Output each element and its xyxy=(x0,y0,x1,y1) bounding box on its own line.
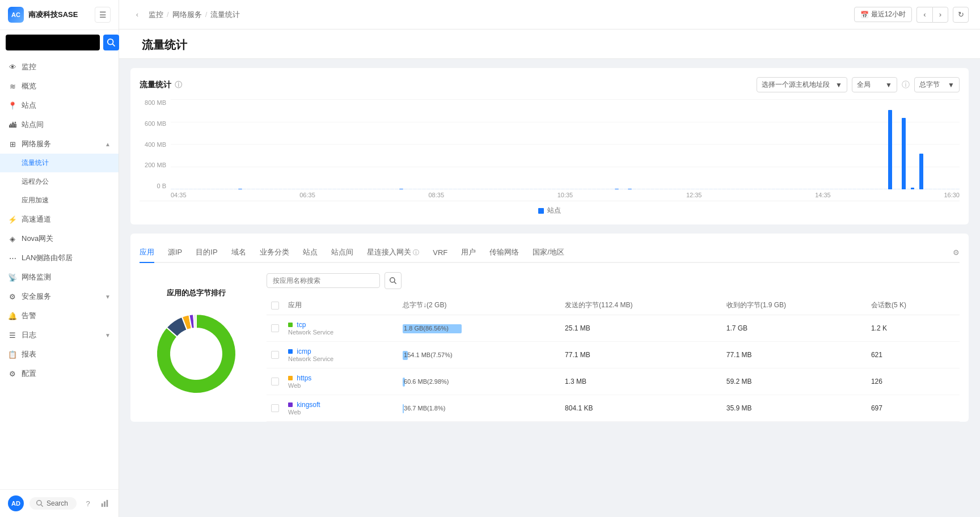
tab-站点间[interactable]: 站点间 xyxy=(331,243,353,263)
source-filter-label: 选择一个源主机地址段 xyxy=(762,80,830,90)
sidebar-item-remote-office[interactable]: 远程办公 xyxy=(0,172,119,191)
table-search-button[interactable] xyxy=(385,272,402,289)
tab-应用[interactable]: 应用 xyxy=(140,243,154,263)
page-title: 流量统计 xyxy=(130,37,969,53)
refresh-button[interactable]: ↻ xyxy=(953,7,969,23)
sidebar-item-overview[interactable]: ≋ 概览 xyxy=(0,77,119,96)
tab-目的IP[interactable]: 目的IP xyxy=(196,243,217,263)
sidebar-search-submit[interactable] xyxy=(103,35,119,50)
tab-VRF[interactable]: VRF xyxy=(433,244,447,262)
app-name[interactable]: icmp xyxy=(288,348,394,355)
app-name[interactable]: kingsoft xyxy=(288,401,394,409)
sidebar-item-lan-routing[interactable]: ⋯ LAN侧路由邻居 xyxy=(0,248,119,268)
table-row: https Web 60.6 MB(2.98%) 1.3 MB 59.2 MB … xyxy=(267,368,960,395)
app-name[interactable]: tcp xyxy=(288,321,394,329)
sidebar-item-netmonitor-label: 网络监测 xyxy=(22,272,51,282)
footer-search-button[interactable]: Search xyxy=(29,497,77,510)
row-checkbox[interactable] xyxy=(271,351,279,359)
x-label-0635: 06:35 xyxy=(299,192,315,198)
calendar-icon: 📅 xyxy=(860,11,869,19)
row-checkbox[interactable] xyxy=(271,378,279,385)
sidebar-item-report[interactable]: 📋 报表 xyxy=(0,345,119,364)
row-checkbox[interactable] xyxy=(271,404,279,412)
avatar[interactable]: AD xyxy=(8,495,24,511)
sent-bytes-cell: 77.1 MB xyxy=(560,342,722,368)
header-controls: 📅 最近12小时 ‹ › ↻ xyxy=(854,7,969,23)
donut-title: 应用的总字节排行 xyxy=(145,288,247,406)
scope-filter-select[interactable]: 全局 ▼ xyxy=(852,77,897,92)
sidebar-nav: 👁 监控 ≋ 概览 📍 站点 🏙 站点间 ⊞ 网络服务 ▲ 流量统计 远程办公 … xyxy=(0,55,119,489)
tab-国家/地区[interactable]: 国家/地区 xyxy=(533,243,564,263)
lan-icon: ⋯ xyxy=(8,253,17,262)
tabs-card: 应用源IP目的IP域名业务分类站点站点间星连接入网关 ⓘVRF用户传输网络国家/… xyxy=(130,234,969,422)
sidebar-item-security[interactable]: ⚙ 安全服务 ▼ xyxy=(0,287,119,306)
sessions-cell: 621 xyxy=(867,342,960,368)
svg-rect-2 xyxy=(107,500,108,507)
sidebar-item-site-between[interactable]: 🏙 站点间 xyxy=(0,115,119,134)
sidebar-item-net-monitor[interactable]: 📡 网络监测 xyxy=(0,268,119,287)
sidebar-item-log[interactable]: ☰ 日志 ▼ xyxy=(0,325,119,345)
sidebar-item-traffic-stats[interactable]: 流量统计 xyxy=(0,154,119,172)
sidebar-item-overview-label: 概览 xyxy=(22,81,36,91)
tab-业务分类[interactable]: 业务分类 xyxy=(260,243,289,263)
app-name[interactable]: https xyxy=(288,374,394,382)
sent-bytes-cell: 25.1 MB xyxy=(560,315,722,342)
sidebar-item-site-label: 站点 xyxy=(22,100,36,111)
prev-button[interactable]: ‹ xyxy=(916,7,932,23)
app-type: Web xyxy=(288,382,394,389)
total-bytes-cell: 36.7 MB(1.8%) xyxy=(403,404,556,412)
next-button[interactable]: › xyxy=(932,7,948,23)
tab-传输网络[interactable]: 传输网络 xyxy=(489,243,519,263)
sidebar-menu-button[interactable]: ☰ xyxy=(95,7,111,23)
chart-bars xyxy=(171,99,960,189)
row-checkbox[interactable] xyxy=(271,324,279,332)
x-label-0835: 08:35 xyxy=(428,192,444,198)
x-label-0435: 04:35 xyxy=(171,192,187,198)
chart-filters: 选择一个源主机地址段 ▼ 全局 ▼ ⓘ 总字节 ▼ xyxy=(757,77,960,92)
tab-域名[interactable]: 域名 xyxy=(231,243,246,263)
sidebar-item-config-label: 配置 xyxy=(22,368,36,379)
table-search-input[interactable] xyxy=(267,273,380,288)
lower-content: 应用的总字节排行 xyxy=(140,272,960,422)
tab-源IP[interactable]: 源IP xyxy=(168,243,182,263)
col-sessions: 会话数(5 K) xyxy=(867,296,960,315)
highway-icon: ⚡ xyxy=(8,215,17,224)
source-filter-select[interactable]: 选择一个源主机地址段 ▼ xyxy=(757,77,847,92)
footer-help-button[interactable]: ? xyxy=(82,498,94,509)
breadcrumb-sep-2: / xyxy=(205,10,208,19)
chart-info-icon[interactable]: ⓘ xyxy=(175,80,182,90)
sidebar-search-input[interactable] xyxy=(6,35,100,50)
tab-站点[interactable]: 站点 xyxy=(303,243,318,263)
sidebar-item-nova[interactable]: ◈ Nova网关 xyxy=(0,229,119,248)
tab-星连接入网关[interactable]: 星连接入网关 ⓘ xyxy=(367,243,420,263)
sidebar-item-alert[interactable]: 🔔 告警 xyxy=(0,306,119,325)
header-checkbox[interactable] xyxy=(271,302,279,310)
total-bytes-cell: 60.6 MB(2.98%) xyxy=(403,378,556,385)
time-selector[interactable]: 📅 最近12小时 xyxy=(854,7,912,22)
col-checkbox xyxy=(267,296,284,315)
report-icon: 📋 xyxy=(8,350,17,359)
recv-bytes-cell: 1.7 GB xyxy=(722,315,867,342)
chart-card: 流量统计 ⓘ 选择一个源主机地址段 ▼ 全局 ▼ ⓘ 总字节 ▼ xyxy=(130,68,969,224)
log-icon: ☰ xyxy=(8,330,17,340)
sidebar-item-highway-label: 高速通道 xyxy=(22,214,51,224)
sidebar-item-network-service[interactable]: ⊞ 网络服务 ▲ xyxy=(0,134,119,154)
sidebar-item-monitor[interactable]: 👁 监控 xyxy=(0,57,119,77)
scope-info-icon[interactable]: ⓘ xyxy=(902,80,910,90)
sidebar-item-app-accel[interactable]: 应用加速 xyxy=(0,191,119,210)
netmonitor-icon: 📡 xyxy=(8,273,17,282)
sidebar-item-lan-label: LAN侧路由邻居 xyxy=(22,253,73,263)
site-between-icon: 🏙 xyxy=(8,120,17,129)
tab-用户[interactable]: 用户 xyxy=(461,243,476,263)
collapse-sidebar-button[interactable]: ‹ xyxy=(130,8,144,22)
sidebar-item-site[interactable]: 📍 站点 xyxy=(0,96,119,115)
alert-icon: 🔔 xyxy=(8,311,17,320)
footer-chart-button[interactable] xyxy=(99,498,111,509)
sidebar-item-highway[interactable]: ⚡ 高速通道 xyxy=(0,210,119,229)
app-table: 应用 总字节↓(2 GB) 发送的字节(112.4 MB) 收到的字节(1.9 … xyxy=(267,296,960,422)
metric-filter-select[interactable]: 总字节 ▼ xyxy=(914,77,960,92)
chart-y-labels: 800 MB 600 MB 400 MB 200 MB 0 B xyxy=(140,99,171,189)
content-area: 流量统计 ⓘ 选择一个源主机地址段 ▼ 全局 ▼ ⓘ 总字节 ▼ xyxy=(119,59,980,517)
tabs-settings-icon[interactable]: ⚙ xyxy=(953,248,960,257)
sidebar-item-config[interactable]: ⚙ 配置 xyxy=(0,364,119,383)
